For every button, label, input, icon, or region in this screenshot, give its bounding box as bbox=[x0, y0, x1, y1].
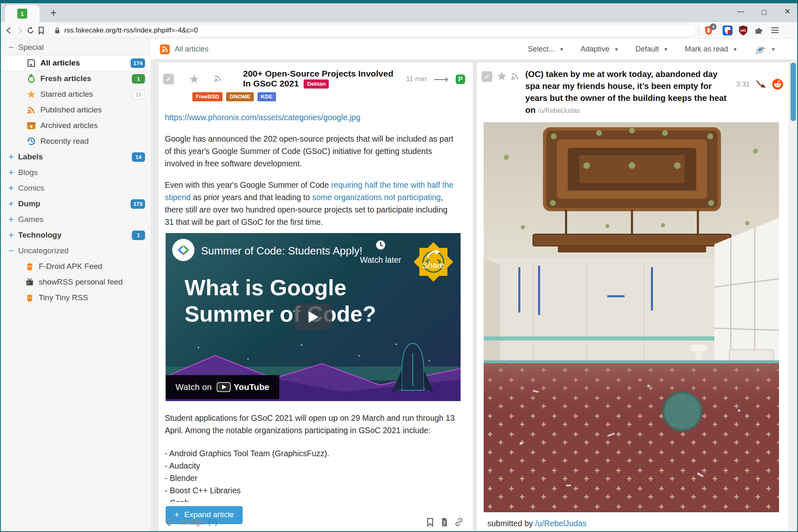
collapse-icon[interactable]: − bbox=[7, 43, 15, 52]
reddit-favicon bbox=[772, 79, 783, 90]
publish-rss-icon[interactable] bbox=[510, 72, 520, 82]
star-toggle-icon[interactable]: ★ bbox=[189, 73, 199, 85]
label-badge-freebsd: FreeBSD bbox=[192, 92, 222, 101]
archive-icon bbox=[26, 121, 36, 131]
sidebar-item-all-articles[interactable]: All articles 174 bbox=[1, 55, 151, 71]
sidebar-feed-fdroid[interactable]: F-Droid APK Feed bbox=[1, 259, 151, 274]
publish-rss-icon[interactable] bbox=[213, 74, 222, 84]
youtube-label: YouTube bbox=[234, 381, 269, 393]
bookmark-article-icon[interactable] bbox=[425, 517, 435, 527]
reload-icon[interactable] bbox=[26, 26, 35, 35]
url-text: rss.fakecake.org/tt-rss/index.php#f=-4&c… bbox=[64, 26, 198, 35]
bitwarden-icon[interactable] bbox=[722, 25, 733, 36]
org-list: - Android Graphics Tool Team (GraphicsFu… bbox=[165, 447, 455, 502]
sidebar-item-recently-read[interactable]: Recently read bbox=[1, 133, 151, 149]
showrss-favicon bbox=[26, 278, 34, 286]
article-age: 3:31 bbox=[736, 80, 750, 89]
ublock-icon[interactable]: UO bbox=[738, 25, 749, 36]
sidebar-feed-showrss[interactable]: showRSS personal feed bbox=[1, 274, 151, 290]
bookmark-icon[interactable] bbox=[36, 26, 46, 35]
sidebar-item-label: Fresh articles bbox=[40, 74, 91, 83]
close-button[interactable]: ✕ bbox=[784, 8, 791, 15]
star-toggle-icon[interactable]: ★ bbox=[496, 70, 507, 82]
forward-icon[interactable] bbox=[15, 26, 25, 35]
text-run: as prior years and that leading to bbox=[191, 193, 312, 202]
category-label: Uncategorized bbox=[18, 246, 69, 255]
view-mode-dropdown[interactable]: Adaptive▼ bbox=[580, 45, 619, 54]
sidebar-item-published-articles[interactable]: Published articles bbox=[1, 102, 151, 118]
expand-icon[interactable]: + bbox=[7, 184, 15, 193]
inline-link[interactable]: some organizations not participating bbox=[312, 193, 441, 202]
no-tags-label: no tags bbox=[179, 518, 204, 527]
share-label: Share bbox=[422, 259, 444, 271]
expand-icon[interactable]: + bbox=[7, 152, 15, 161]
channel-avatar[interactable] bbox=[172, 239, 194, 261]
watch-on-youtube-button[interactable]: Watch on YouTube bbox=[166, 375, 279, 399]
article-content: https://www.phoronix.com/assets/categori… bbox=[158, 103, 473, 524]
expand-icon[interactable]: + bbox=[7, 199, 15, 208]
category-label: Labels bbox=[18, 152, 43, 161]
window-frame-left bbox=[0, 0, 1, 532]
sidebar-item-label: Published articles bbox=[40, 105, 102, 114]
share-trend-arrow-icon[interactable] bbox=[755, 79, 767, 89]
sidebar-item-fresh-articles[interactable]: Fresh articles 1 bbox=[1, 71, 151, 86]
mark-as-read-dropdown[interactable]: Mark as read▼ bbox=[685, 45, 737, 54]
collapse-icon[interactable]: − bbox=[7, 246, 15, 255]
submitted-by-label: submitted by bbox=[487, 519, 535, 528]
unread-count-badge: 174 bbox=[131, 58, 145, 68]
sidebar-category-technology[interactable]: + Technology 1 bbox=[1, 227, 151, 243]
starred-count-badge: 11 bbox=[132, 90, 145, 99]
maximize-button[interactable]: ▢ bbox=[761, 9, 767, 15]
article-photo[interactable] bbox=[484, 122, 779, 512]
minimize-button[interactable]: — bbox=[737, 8, 744, 15]
browser-tab-strip: 1 + — ▢ ✕ bbox=[1, 3, 797, 22]
tag-icon bbox=[165, 517, 175, 527]
browser-tab[interactable]: 1 bbox=[5, 5, 40, 22]
expand-icon[interactable]: + bbox=[7, 231, 15, 240]
unread-count-badge: 14 bbox=[132, 152, 145, 162]
select-dropdown[interactable]: Select...▼ bbox=[528, 45, 564, 54]
sidebar-item-archived-articles[interactable]: Archived articles bbox=[1, 118, 151, 133]
brave-shields-icon[interactable]: 4 bbox=[703, 25, 714, 36]
expand-icon[interactable]: + bbox=[7, 215, 15, 224]
expand-icon[interactable]: + bbox=[7, 168, 15, 177]
sidebar-category-labels[interactable]: + Labels 14 bbox=[1, 149, 151, 165]
view-source-icon[interactable] bbox=[440, 517, 449, 527]
sidebar-category-dump[interactable]: + Dump 173 bbox=[1, 196, 151, 212]
youtube-embed[interactable]: Summer of Code: Students Apply! Watch la… bbox=[166, 233, 461, 401]
back-icon[interactable] bbox=[4, 26, 14, 35]
sidebar-category-games[interactable]: + Games bbox=[1, 212, 151, 227]
sidebar-category-blogs[interactable]: + Blogs bbox=[1, 165, 151, 180]
scrollbar-thumb[interactable] bbox=[791, 63, 796, 121]
article-link-icon[interactable] bbox=[454, 517, 464, 527]
sidebar-item-label: Recently read bbox=[40, 137, 89, 146]
image-link[interactable]: https://www.phoronix.com/assets/categori… bbox=[165, 111, 455, 124]
svg-text:UO: UO bbox=[740, 28, 746, 33]
sidebar-feed-ttrss[interactable]: Tiny Tiny RSS bbox=[1, 290, 151, 306]
video-byline[interactable]: Summer of Code: Students Apply! bbox=[201, 245, 363, 257]
scrollbar-track[interactable] bbox=[789, 60, 797, 531]
sidebar-category-special[interactable]: − Special bbox=[1, 40, 151, 55]
article-checkbox[interactable]: ✓ bbox=[163, 74, 174, 84]
order-dropdown[interactable]: Default▼ bbox=[635, 45, 668, 54]
open-original-arrow-icon[interactable]: ⟶ bbox=[433, 74, 448, 84]
play-button[interactable] bbox=[294, 304, 332, 330]
add-tag-link[interactable]: (+) bbox=[208, 518, 218, 527]
profile-menu[interactable]: ▼ bbox=[754, 44, 776, 55]
submitted-author-link[interactable]: /u/RebelJudas bbox=[535, 519, 587, 528]
browser-menu-icon[interactable] bbox=[770, 25, 781, 36]
article-checkbox[interactable]: ✓ bbox=[482, 71, 492, 82]
list-item: - Audacity bbox=[165, 460, 455, 472]
extensions-puzzle-icon[interactable] bbox=[754, 25, 764, 36]
history-clock-icon bbox=[26, 136, 36, 146]
feed-label: Tiny Tiny RSS bbox=[39, 293, 88, 302]
sidebar-item-starred-articles[interactable]: ★ Starred articles 11 bbox=[1, 86, 151, 102]
url-bar[interactable]: rss.fakecake.org/tt-rss/index.php#f=-4&c… bbox=[48, 24, 696, 37]
sidebar-category-comics[interactable]: + Comics bbox=[1, 180, 151, 196]
dropdown-label: Adaptive bbox=[580, 45, 609, 54]
share-button[interactable]: Share bbox=[412, 239, 455, 282]
new-tab-button[interactable]: + bbox=[45, 3, 62, 22]
watch-later-button[interactable]: Watch later bbox=[360, 239, 401, 266]
sidebar-category-uncategorized[interactable]: − Uncategorized bbox=[1, 243, 151, 259]
category-label: Comics bbox=[18, 184, 44, 193]
